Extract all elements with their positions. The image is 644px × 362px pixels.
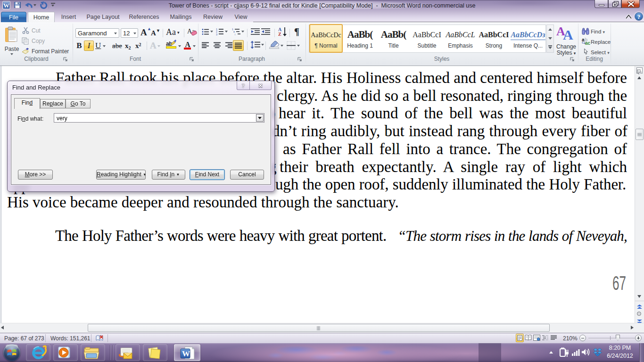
svg-text:3: 3 xyxy=(216,33,217,36)
svg-text:W: W xyxy=(182,349,190,358)
svg-text:i: i xyxy=(235,33,235,36)
